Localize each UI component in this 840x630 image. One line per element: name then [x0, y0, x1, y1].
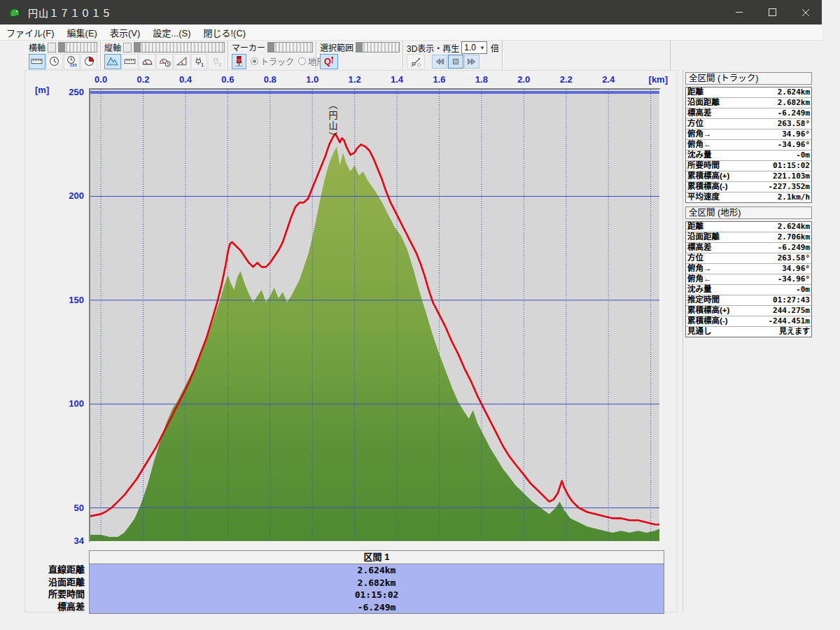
select-range-icon: Q — [323, 55, 335, 67]
row-label: 沈み量 — [686, 150, 712, 160]
y-axis-unit: [m] — [35, 85, 49, 95]
mountain-icon — [106, 55, 118, 67]
table-row: 標高差-6.249m — [686, 243, 811, 253]
select-range-button[interactable]: Q — [320, 54, 338, 69]
toolbar-group-label: マーカー — [232, 41, 265, 53]
table-row: 方位263.58° — [686, 253, 811, 264]
y-tick-label: 150 — [52, 295, 84, 305]
toolbar-group-playback: 3D表示・再生1.0▼倍 — [403, 41, 503, 70]
menu-item-edit[interactable]: 編集(E) — [61, 24, 104, 40]
table-row: 沿面距離2.682km — [686, 98, 811, 108]
radio-label: トラック — [260, 55, 294, 67]
forward-icon — [467, 57, 477, 66]
table-row: 方位263.58° — [686, 119, 811, 130]
menu-bar: ファイル(F)編集(E)表示(V)設定...(S)閉じる!(C) — [0, 24, 822, 41]
row-value: 263.58° — [778, 119, 811, 129]
gauge-clock-icon — [159, 55, 171, 67]
maximize-button[interactable] — [756, 0, 789, 24]
gauge-clock-button[interactable] — [156, 54, 173, 69]
x-tick-label: 0.0 — [87, 74, 115, 85]
row-label: 俯角← — [686, 274, 712, 284]
ruler-icon — [31, 55, 43, 67]
segment-header: 区間 1 — [90, 551, 664, 564]
radio-icon — [298, 57, 306, 65]
segment-row-label: 沿面距離 — [25, 576, 85, 589]
x-tick-label: 2.2 — [552, 74, 580, 85]
clock-button[interactable] — [46, 54, 63, 69]
plug-2-button[interactable]: 2 — [208, 54, 225, 69]
stop-icon — [451, 57, 461, 66]
row-label: 距離 — [686, 88, 704, 97]
gauge-button[interactable] — [139, 54, 155, 69]
x-tick-label: 1.0 — [298, 74, 326, 85]
plug-1-icon: 1 — [193, 55, 205, 67]
row-value: -34.96° — [778, 140, 811, 150]
row-value: 244.275m — [773, 306, 811, 316]
x-tick-label: 0.8 — [256, 74, 284, 85]
x-tick-label: 1.8 — [468, 74, 496, 85]
marker-pin-button[interactable] — [232, 54, 246, 69]
row-value: -0m — [796, 285, 811, 295]
row-value: 01:15:02 — [773, 161, 811, 171]
row-value: 2.706km — [778, 232, 811, 242]
slope-button[interactable] — [174, 54, 190, 69]
plug-1-button[interactable]: 1 — [191, 54, 208, 69]
segment-box: 区間 1 2.624km2.682km01:15:02-6.249m — [89, 550, 664, 614]
radio-track[interactable]: トラック — [251, 55, 294, 67]
row-label: 俯角→ — [686, 130, 712, 139]
x-axis-unit: [km] — [638, 74, 668, 85]
marker-zoom-trackbar[interactable] — [267, 42, 313, 52]
axis-scale-button[interactable] — [48, 43, 56, 52]
section-header-2: 全区間 (地形) — [685, 206, 812, 219]
playback-speed-select[interactable]: 1.0▼ — [461, 41, 487, 54]
segment-values: 2.624km2.682km01:15:02-6.249m — [90, 564, 664, 613]
y-axis-zoom-trackbar[interactable] — [134, 42, 225, 52]
forward-button[interactable] — [464, 55, 479, 69]
row-label: 沈み量 — [686, 285, 712, 295]
segment-row-label: 所要時間 — [25, 588, 85, 601]
ruler-button[interactable] — [29, 54, 46, 69]
ruler-button[interactable] — [122, 54, 139, 69]
stop-button[interactable] — [448, 55, 463, 69]
minimize-icon — [736, 8, 743, 16]
segment-row-label: 標高差 — [25, 601, 85, 613]
table-row: 所要時間01:15:02 — [686, 161, 811, 172]
row-value: -6.249m — [778, 243, 811, 253]
row-value: 2.1km/h — [778, 192, 811, 202]
selection-zoom-trackbar[interactable] — [356, 42, 400, 52]
plot-area[interactable]: （円山） — [89, 88, 661, 542]
axis-scale-button[interactable] — [123, 43, 132, 52]
ruler-icon — [124, 55, 136, 67]
row-label: 累積標高(-) — [686, 316, 728, 326]
minimize-button[interactable] — [723, 0, 756, 24]
close-button[interactable] — [789, 0, 822, 24]
rewind-button[interactable] — [432, 55, 447, 69]
mountain-button[interactable] — [104, 54, 121, 69]
toolbar-group-y-axis: 縦軸12 — [101, 41, 228, 70]
x-tick-label: 1.4 — [383, 74, 411, 85]
maximize-icon — [769, 8, 776, 16]
x-axis-zoom-trackbar[interactable] — [58, 42, 97, 52]
chart-panel: [m] [km] 0.00.20.40.60.81.01.21.41.61.82… — [24, 70, 678, 612]
menu-item-file[interactable]: ファイル(F) — [0, 24, 61, 40]
table-row: 俯角←-34.96° — [686, 140, 811, 150]
svg-text:2: 2 — [218, 62, 221, 67]
elevation-chart[interactable] — [90, 90, 659, 544]
table-row: 距離2.624km — [686, 88, 811, 98]
clock-pie-button[interactable] — [80, 54, 97, 69]
row-label: 標高差 — [686, 243, 712, 253]
radio-icon — [251, 57, 258, 65]
x-tick-label: 2.0 — [510, 74, 538, 85]
clock-123-button[interactable]: 123 — [64, 54, 80, 69]
window-title: 円山１７１０１５ — [28, 6, 112, 20]
row-value: -34.96° — [778, 274, 811, 284]
row-label: 累積標高(+) — [686, 306, 729, 316]
row-value: 2.624km — [778, 222, 811, 232]
section-header-1: 全区間 (トラック) — [685, 72, 812, 85]
menu-item-view[interactable]: 表示(V) — [104, 24, 146, 40]
view-jump-icon — [410, 56, 422, 68]
menu-item-close[interactable]: 閉じる!(C) — [197, 24, 252, 40]
menu-item-settings[interactable]: 設定...(S) — [146, 24, 197, 40]
view-jump-button[interactable] — [407, 54, 425, 69]
row-value: -227.352m — [768, 182, 811, 192]
